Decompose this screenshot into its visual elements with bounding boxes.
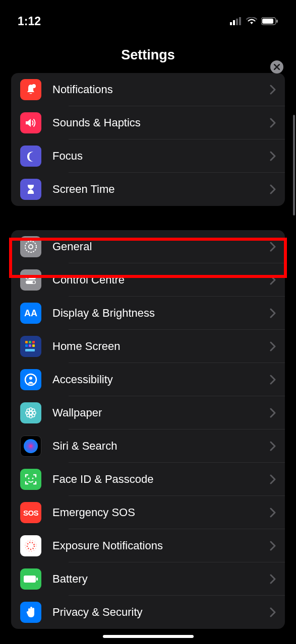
svg-rect-5 [262, 19, 273, 24]
close-icon [274, 64, 280, 70]
svg-rect-1 [233, 20, 235, 25]
row-label: Exposure Notifications [52, 539, 270, 552]
settings-row-notifications[interactable]: Notifications [11, 73, 285, 106]
settings-row-privacy[interactable]: Privacy & Security [11, 596, 285, 629]
row-label: Display & Brightness [52, 307, 270, 320]
settings-group: NotificationsSounds & HapticsFocusScreen… [11, 73, 285, 206]
wifi-icon [246, 17, 257, 25]
svg-point-23 [29, 411, 32, 414]
row-label: Accessibility [52, 373, 270, 386]
face-icon [20, 469, 41, 490]
page-title: Settings [0, 47, 296, 63]
svg-rect-3 [239, 17, 241, 25]
svg-point-13 [33, 281, 35, 283]
svg-rect-14 [25, 341, 28, 343]
chevron-right-icon [270, 341, 276, 351]
hand-icon [20, 602, 41, 623]
row-label: Control Centre [52, 273, 270, 287]
settings-row-exposure[interactable]: Exposure Notifications [11, 529, 285, 562]
svg-rect-38 [36, 578, 38, 581]
row-label: Wallpaper [52, 406, 270, 419]
svg-rect-37 [24, 576, 36, 583]
svg-rect-17 [25, 344, 28, 347]
chevron-right-icon [270, 308, 276, 318]
moon-icon [20, 146, 41, 167]
settings-row-general[interactable]: General [11, 230, 285, 263]
chevron-right-icon [270, 607, 276, 617]
virus-icon [20, 535, 41, 556]
svg-rect-19 [32, 344, 35, 347]
settings-row-sos[interactable]: SOSEmergency SOS [11, 496, 285, 529]
row-label: Emergency SOS [52, 506, 270, 519]
chevron-right-icon [270, 508, 276, 518]
cellular-icon [230, 17, 242, 25]
svg-rect-18 [29, 344, 31, 347]
aa-icon: AA [20, 303, 41, 324]
svg-point-7 [32, 84, 36, 88]
sos-icon: SOS [20, 502, 41, 523]
status-time: 1:12 [18, 15, 41, 28]
row-label: Notifications [52, 83, 270, 96]
row-label: Focus [52, 150, 270, 163]
chevron-right-icon [270, 375, 276, 385]
gear-icon [20, 236, 41, 257]
row-label: Siri & Search [52, 440, 270, 453]
settings-row-battery[interactable]: Battery [11, 562, 285, 596]
settings-group: GeneralControl CentreAADisplay & Brightn… [11, 230, 285, 629]
grid-icon [20, 336, 41, 357]
svg-point-33 [28, 478, 30, 479]
home-indicator[interactable] [103, 635, 194, 638]
svg-point-9 [29, 245, 33, 249]
settings-row-controlcentre[interactable]: Control Centre [11, 263, 285, 297]
close-button[interactable] [270, 60, 283, 74]
svg-rect-16 [32, 341, 35, 343]
status-bar: 1:12 [0, 0, 296, 35]
chevron-right-icon [270, 184, 276, 194]
chevron-right-icon [270, 151, 276, 161]
page-header: Settings [0, 35, 296, 73]
chevron-right-icon [270, 118, 276, 128]
chevron-right-icon [270, 242, 276, 252]
svg-rect-15 [29, 341, 31, 343]
row-label: Sounds & Haptics [52, 116, 270, 129]
chevron-right-icon [270, 85, 276, 95]
svg-point-22 [29, 377, 32, 380]
row-label: Home Screen [52, 340, 270, 353]
speaker-icon [20, 112, 41, 133]
row-label: Battery [52, 573, 270, 586]
settings-row-accessibility[interactable]: Accessibility [11, 363, 285, 396]
svg-point-35 [27, 542, 34, 549]
settings-row-faceid[interactable]: Face ID & Passcode [11, 463, 285, 496]
chevron-right-icon [270, 441, 276, 451]
svg-point-8 [25, 241, 36, 252]
bell-badge-icon [20, 79, 41, 100]
toggles-icon [20, 269, 41, 291]
person-circle-icon [20, 369, 41, 390]
settings-row-wallpaper[interactable]: Wallpaper [11, 396, 285, 430]
settings-row-homescreen[interactable]: Home Screen [11, 330, 285, 363]
hourglass-icon [20, 179, 41, 200]
row-label: Privacy & Security [52, 606, 270, 619]
siri-icon [20, 436, 41, 457]
settings-row-siri[interactable]: Siri & Search [11, 430, 285, 463]
svg-rect-20 [25, 349, 35, 351]
status-indicators [230, 17, 278, 25]
svg-point-34 [32, 478, 34, 479]
settings-row-screentime[interactable]: Screen Time [11, 173, 285, 206]
scrollbar[interactable] [293, 115, 295, 216]
svg-point-11 [27, 276, 29, 279]
settings-row-focus[interactable]: Focus [11, 139, 285, 173]
settings-row-display[interactable]: AADisplay & Brightness [11, 297, 285, 330]
row-label: General [52, 240, 270, 253]
svg-rect-0 [230, 22, 232, 25]
chevron-right-icon [270, 275, 276, 285]
svg-point-32 [24, 439, 38, 453]
svg-rect-6 [276, 20, 278, 23]
svg-rect-2 [236, 19, 238, 25]
chevron-right-icon [270, 574, 276, 584]
flower-icon [20, 402, 41, 423]
row-label: Screen Time [52, 183, 270, 196]
chevron-right-icon [270, 474, 276, 484]
settings-row-sounds[interactable]: Sounds & Haptics [11, 106, 285, 139]
chevron-right-icon [270, 408, 276, 418]
